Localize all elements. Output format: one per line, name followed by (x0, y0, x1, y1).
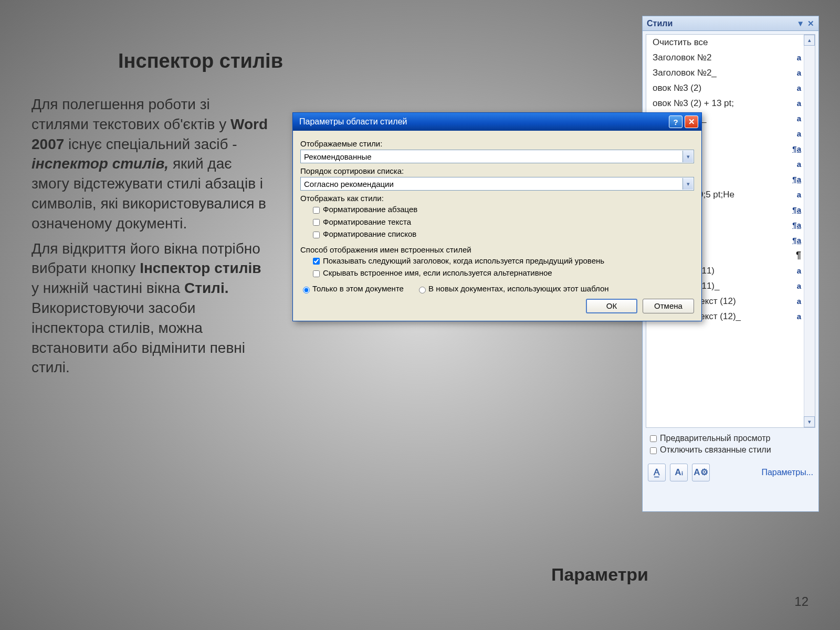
styles-pane-title-bar[interactable]: Стили ▼ ✕ (643, 16, 818, 31)
help-button[interactable]: ? (669, 116, 682, 128)
para-formatting-checkbox[interactable]: Форматирование абзацев (311, 205, 694, 215)
style-type-icon: a (789, 83, 801, 92)
builtin-names-label: Способ отображения имен встроенных стиле… (300, 245, 694, 254)
style-item-label: Очистить все (653, 37, 801, 48)
style-type-icon: ¶a (789, 220, 801, 229)
style-type-icon: a (789, 190, 801, 199)
p2b: Інспектор стилів (140, 260, 261, 276)
parameters-label: Параметри (551, 564, 648, 585)
p1a: Для полегшення роботи зі стилями текстов… (32, 96, 230, 132)
slide-title: Інспектор стилів (118, 50, 283, 72)
chevron-down-icon: ▾ (682, 178, 693, 190)
options-link[interactable]: Параметры... (761, 468, 813, 477)
p1d: інспектор стилів, (32, 155, 169, 172)
hide-builtin-name-label: Скрывать встроенное имя, если использует… (323, 268, 552, 277)
styles-pane-footer: Предварительный просмотр Отключить связа… (643, 428, 818, 460)
scroll-track[interactable] (804, 46, 815, 416)
this-document-radio[interactable]: Только в этом документе (300, 284, 404, 293)
manage-styles-button[interactable]: A⚙ (692, 464, 710, 481)
style-item-label: Заголовок №2 (653, 52, 789, 63)
style-type-icon: a (789, 281, 801, 290)
show-as-styles-label: Отображать как стили: (300, 194, 694, 203)
slide-body: Для полегшення роботи зі стилями текстов… (32, 94, 268, 377)
dialog-title: Параметры области стилей (299, 117, 407, 127)
style-type-icon: a (789, 68, 801, 77)
dialog-title-bar[interactable]: Параметры области стилей ? ✕ (293, 113, 701, 131)
style-item-label: овок №3 (2) (653, 83, 789, 93)
scroll-up-button[interactable]: ▴ (804, 35, 815, 46)
dialog-body: Отображаемые стили: Рекомендованные ▾ По… (293, 131, 701, 321)
styles-pane-title: Стили (647, 19, 673, 28)
show-styles-value: Рекомендованные (304, 152, 372, 161)
style-type-icon: ¶a (789, 175, 801, 184)
style-type-icon: ¶a (789, 205, 801, 214)
new-documents-radio-label: В новых документах, использующих этот ша… (428, 284, 609, 293)
style-type-icon: a (789, 312, 801, 321)
slide-number: 12 (794, 594, 808, 609)
this-document-radio-label: Только в этом документе (312, 284, 404, 293)
dropdown-icon[interactable]: ▼ (796, 19, 804, 28)
preview-checkbox[interactable]: Предварительный просмотр (648, 434, 813, 444)
p2c: у нижній частині вікна (32, 280, 184, 296)
show-styles-select[interactable]: Рекомендованные ▾ (300, 150, 694, 163)
style-inspector-button[interactable]: Aᵢ (670, 464, 688, 481)
close-button[interactable]: ✕ (685, 116, 698, 128)
style-list-item[interactable]: Заголовок №2_a (646, 65, 815, 80)
style-type-icon: a (789, 53, 801, 62)
new-style-button[interactable]: A̲ (648, 464, 666, 481)
style-list-item[interactable]: овок №3 (2)a (646, 80, 815, 96)
show-next-heading-checkbox[interactable]: Показывать следующий заголовок, когда ис… (311, 256, 694, 267)
style-type-icon: a (789, 129, 801, 138)
style-list-item[interactable]: Очистить все (646, 35, 815, 50)
cancel-button[interactable]: Отмена (643, 299, 694, 313)
sort-order-label: Порядок сортировки списка: (300, 166, 694, 175)
style-type-icon: ¶a (789, 144, 801, 153)
style-list-item[interactable]: овок №3 (2) + 13 pt;a (646, 96, 815, 111)
text-formatting-label: Форматирование текста (323, 217, 411, 226)
p2d: Стилі. (184, 280, 229, 296)
show-styles-label: Отображаемые стили: (300, 139, 694, 148)
list-formatting-checkbox[interactable]: Форматирование списков (311, 229, 694, 240)
styles-pane-buttons: A̲ Aᵢ A⚙ Параметры... (643, 460, 818, 486)
scroll-down-button[interactable]: ▾ (804, 416, 815, 427)
style-list-item[interactable]: Заголовок №2a (646, 50, 815, 65)
style-area-options-dialog: Параметры области стилей ? ✕ Отображаемы… (292, 112, 702, 321)
style-type-icon: a (789, 114, 801, 123)
style-type-icon: ¶ (789, 250, 801, 261)
style-type-icon: a (789, 160, 801, 169)
p2e: Використовуючи засоби інспектора стилів,… (32, 300, 245, 375)
ok-button[interactable]: ОК (586, 299, 637, 313)
chevron-down-icon: ▾ (682, 151, 693, 162)
new-documents-radio[interactable]: В новых документах, использующих этот ша… (416, 284, 609, 293)
style-item-label: овок №3 (2) + 13 pt; (653, 98, 789, 109)
hide-builtin-name-checkbox[interactable]: Скрывать встроенное имя, если использует… (311, 268, 694, 279)
disable-linked-checkbox-label: Отключить связанные стили (660, 445, 771, 454)
p1c: існує спеціальний засіб - (64, 136, 237, 152)
para-formatting-label: Форматирование абзацев (323, 205, 417, 214)
list-formatting-label: Форматирование списков (323, 229, 416, 238)
preview-checkbox-label: Предварительный просмотр (660, 434, 770, 443)
style-type-icon: a (789, 297, 801, 306)
sort-order-value: Согласно рекомендации (304, 180, 394, 188)
text-formatting-checkbox[interactable]: Форматирование текста (311, 217, 694, 228)
style-type-icon: a (789, 99, 801, 108)
disable-linked-checkbox[interactable]: Отключить связанные стили (648, 445, 813, 455)
style-type-icon: ¶a (789, 236, 801, 245)
sort-order-select[interactable]: Согласно рекомендации ▾ (300, 177, 694, 191)
scope-radio-group: Только в этом документе В новых документ… (300, 284, 694, 293)
style-item-label: Заголовок №2_ (653, 68, 789, 78)
style-type-icon: a (789, 266, 801, 275)
show-next-heading-label: Показывать следующий заголовок, когда ис… (323, 256, 604, 265)
close-icon[interactable]: ✕ (807, 19, 814, 28)
